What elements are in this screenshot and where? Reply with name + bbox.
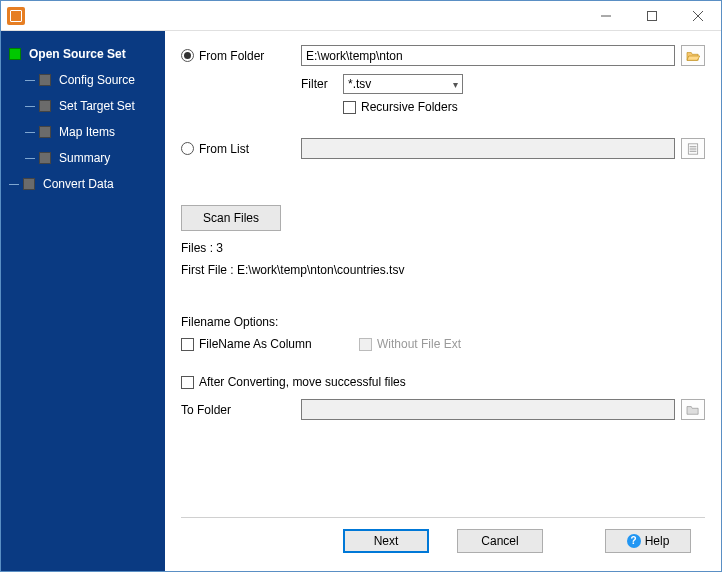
- sidebar-item-summary[interactable]: Summary: [1, 145, 165, 171]
- to-folder-label: To Folder: [181, 403, 301, 417]
- folder-open-icon: [686, 50, 700, 62]
- from-list-radio[interactable]: From List: [181, 142, 301, 156]
- without-ext-checkbox: [359, 338, 372, 351]
- step-box-icon: [39, 126, 51, 138]
- without-ext-label: Without File Ext: [377, 337, 461, 351]
- files-count-label: Files : 3: [181, 241, 705, 255]
- to-folder-input: [301, 399, 675, 420]
- sidebar-item-label: Map Items: [59, 125, 115, 139]
- step-box-icon: [9, 48, 21, 60]
- sidebar-item-open-source-set[interactable]: Open Source Set: [1, 41, 165, 67]
- from-folder-label: From Folder: [199, 49, 264, 63]
- step-box-icon: [23, 178, 35, 190]
- tree-connector-icon: [9, 184, 19, 185]
- sidebar-item-map-items[interactable]: Map Items: [1, 119, 165, 145]
- browse-list-button[interactable]: [681, 138, 705, 159]
- list-path-input: [301, 138, 675, 159]
- sidebar-item-convert-data[interactable]: Convert Data: [1, 171, 165, 197]
- tree-connector-icon: [25, 158, 35, 159]
- maximize-icon: [647, 11, 657, 21]
- scan-files-label: Scan Files: [203, 211, 259, 225]
- help-button[interactable]: ? Help: [605, 529, 691, 553]
- first-file-label: First File : E:\work\temp\nton\countries…: [181, 263, 705, 277]
- main-panel: From Folder Filter *.tsv ▾ Recursive Fol…: [165, 31, 721, 571]
- step-box-icon: [39, 100, 51, 112]
- recursive-label: Recursive Folders: [361, 100, 458, 114]
- browse-to-folder-button[interactable]: [681, 399, 705, 420]
- footer: Next Cancel ? Help: [181, 517, 705, 563]
- next-button[interactable]: Next: [343, 529, 429, 553]
- tree-connector-icon: [25, 106, 35, 107]
- help-label: Help: [645, 534, 670, 548]
- sidebar-item-set-target-set[interactable]: Set Target Set: [1, 93, 165, 119]
- after-move-checkbox[interactable]: [181, 376, 194, 389]
- minimize-button[interactable]: [583, 1, 629, 31]
- filter-label: Filter: [301, 77, 343, 91]
- sidebar-item-label: Open Source Set: [29, 47, 126, 61]
- folder-icon: [686, 404, 700, 416]
- svg-rect-4: [688, 143, 697, 153]
- filename-as-column-checkbox[interactable]: [181, 338, 194, 351]
- filename-as-column-label: FileName As Column: [199, 337, 359, 351]
- sidebar-item-label: Set Target Set: [59, 99, 135, 113]
- list-file-icon: [686, 143, 700, 155]
- maximize-button[interactable]: [629, 1, 675, 31]
- tree-connector-icon: [25, 132, 35, 133]
- filename-options-heading: Filename Options:: [181, 315, 705, 329]
- filter-value: *.tsv: [348, 77, 371, 91]
- svg-rect-1: [648, 11, 657, 20]
- after-move-label: After Converting, move successful files: [199, 375, 406, 389]
- step-box-icon: [39, 74, 51, 86]
- sidebar-item-label: Convert Data: [43, 177, 114, 191]
- help-icon: ?: [627, 534, 641, 548]
- scan-files-button[interactable]: Scan Files: [181, 205, 281, 231]
- minimize-icon: [601, 11, 611, 21]
- radio-icon: [181, 142, 194, 155]
- step-box-icon: [39, 152, 51, 164]
- cancel-label: Cancel: [481, 534, 518, 548]
- sidebar-item-label: Summary: [59, 151, 110, 165]
- close-icon: [693, 11, 703, 21]
- tree-connector-icon: [25, 80, 35, 81]
- next-label: Next: [374, 534, 399, 548]
- from-list-label: From List: [199, 142, 249, 156]
- titlebar: [1, 1, 721, 31]
- radio-icon: [181, 49, 194, 62]
- app-icon: [7, 7, 25, 25]
- from-folder-radio[interactable]: From Folder: [181, 49, 301, 63]
- recursive-checkbox[interactable]: [343, 101, 356, 114]
- cancel-button[interactable]: Cancel: [457, 529, 543, 553]
- wizard-sidebar: Open Source Set Config Source Set Target…: [1, 31, 165, 571]
- filter-combo[interactable]: *.tsv ▾: [343, 74, 463, 94]
- folder-path-input[interactable]: [301, 45, 675, 66]
- close-button[interactable]: [675, 1, 721, 31]
- sidebar-item-label: Config Source: [59, 73, 135, 87]
- sidebar-item-config-source[interactable]: Config Source: [1, 67, 165, 93]
- chevron-down-icon: ▾: [453, 79, 458, 90]
- browse-folder-button[interactable]: [681, 45, 705, 66]
